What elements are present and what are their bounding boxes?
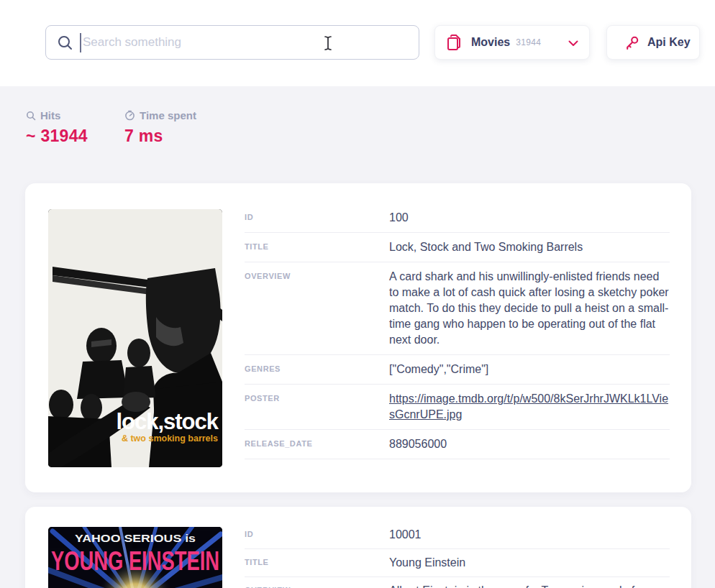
field-row-release-date: RELEASE_DATE 889056000: [245, 430, 670, 459]
field-label: ID: [245, 527, 389, 543]
api-key-button[interactable]: Api Key: [606, 25, 700, 60]
field-row-id: ID 10001: [245, 521, 670, 549]
header: Movies 31944 Api Key: [0, 0, 715, 86]
field-label: POSTER: [245, 391, 389, 423]
field-value: ["Comedy","Crime"]: [389, 362, 670, 377]
api-key-label: Api Key: [647, 36, 691, 49]
field-row-id: ID 100: [245, 203, 670, 233]
field-label: GENRES: [245, 362, 389, 377]
poster-title-text: lock,stock: [116, 409, 219, 434]
field-label: OVERVIEW: [245, 583, 389, 588]
search-icon: [57, 35, 74, 52]
hits-stat: Hits ~ 31944: [26, 109, 88, 146]
document-fields: ID 100 TITLE Lock, Stock and Two Smoking…: [245, 203, 670, 459]
chevron-down-icon: [568, 40, 578, 47]
field-label: RELEASE_DATE: [245, 436, 389, 452]
document-fields: ID 10001 TITLE Young Einstein OVERVIEW A…: [245, 521, 670, 588]
time-spent-label: Time spent: [140, 109, 196, 121]
index-selector-dropdown[interactable]: Movies 31944: [434, 25, 590, 60]
field-label: OVERVIEW: [245, 269, 389, 348]
movie-poster-image: lock,stock & two smoking barrels: [48, 209, 222, 467]
hits-label: Hits: [40, 109, 60, 121]
field-value: 10001: [389, 527, 670, 543]
index-doc-count: 31944: [516, 37, 541, 47]
poster-top-text: YAHOO SERIOUS is: [75, 532, 196, 544]
search-box[interactable]: [45, 25, 419, 60]
field-value: 100: [389, 210, 670, 226]
poster-title-text: YOUNG EINSTEIN: [51, 546, 219, 576]
movie-poster-image: YAHOO SERIOUS is YOUNG EINSTEIN: [48, 527, 222, 588]
stopwatch-icon: [124, 110, 135, 121]
field-row-genres: GENRES ["Comedy","Crime"]: [245, 355, 670, 385]
time-spent-stat: Time spent 7 ms: [124, 109, 196, 146]
field-row-poster: POSTER https://image.tmdb.org/t/p/w500/8…: [245, 385, 670, 430]
text-caret: [80, 33, 81, 52]
poster-url-link[interactable]: https://image.tmdb.org/t/p/w500/8kSerJrh…: [389, 392, 668, 421]
field-label: TITLE: [245, 555, 389, 571]
field-row-title: TITLE Young Einstein: [245, 549, 670, 577]
index-name: Movies: [471, 36, 510, 49]
text-cursor-ibeam-icon: [323, 35, 333, 51]
key-icon: [624, 35, 639, 50]
search-icon: [26, 111, 36, 121]
result-card-lock-stock: lock,stock & two smoking barrels ID 100 …: [25, 183, 691, 492]
field-label: TITLE: [245, 239, 389, 255]
search-input[interactable]: [83, 27, 414, 58]
field-value: Albert Einstein is the son of a Tasmania…: [389, 583, 670, 588]
field-label: ID: [245, 210, 389, 226]
hits-value: ~ 31944: [26, 127, 88, 146]
field-value: 889056000: [389, 436, 670, 452]
field-value: Young Einstein: [389, 555, 670, 571]
field-value: A card shark and his unwillingly-enliste…: [389, 269, 670, 348]
documents-icon: [446, 34, 462, 51]
result-card-young-einstein: YAHOO SERIOUS is YOUNG EINSTEIN ID 10001…: [25, 507, 691, 588]
field-row-overview: OVERVIEW A card shark and his unwillingl…: [245, 262, 670, 355]
time-spent-value: 7 ms: [124, 127, 196, 146]
field-row-title: TITLE Lock, Stock and Two Smoking Barrel…: [245, 233, 670, 262]
field-value: Lock, Stock and Two Smoking Barrels: [389, 239, 670, 255]
poster-subtitle-text: & two smoking barrels: [122, 433, 218, 444]
field-row-overview: OVERVIEW Albert Einstein is the son of a…: [245, 577, 670, 588]
